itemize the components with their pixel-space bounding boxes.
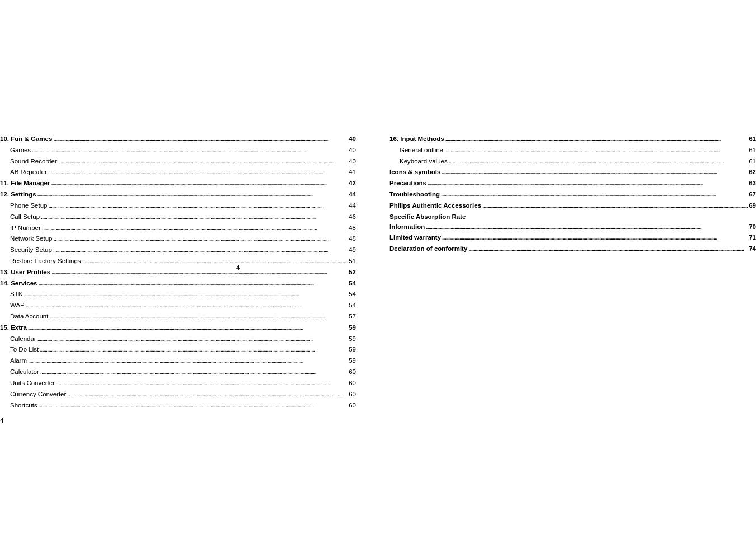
toc-entry-title: Sound Recorder: [10, 157, 57, 167]
toc-entry-page: 59: [349, 356, 356, 366]
toc-entry: Network Setup48: [0, 234, 356, 245]
toc-entry: Calculator60: [0, 367, 356, 378]
toc-entry-title: Icons & symbols: [389, 167, 440, 177]
toc-entry-title: Security Setup: [10, 245, 52, 255]
toc-entry-page: 62: [749, 167, 756, 177]
toc-entry-page: 61: [749, 146, 756, 156]
toc-entry-title: 11. File Manager: [0, 179, 50, 189]
toc-entry-title: Philips Authentic Accessories: [389, 201, 481, 211]
toc-dots: [441, 190, 748, 200]
toc-entry-page: 42: [349, 179, 356, 189]
toc-dots: [449, 157, 748, 167]
toc-entry-page: 59: [349, 334, 356, 344]
toc-entry-page: 48: [349, 223, 356, 233]
toc-entry: Information70: [389, 222, 756, 233]
toc-entry-title: IP Number: [10, 223, 41, 233]
page-number: 4: [236, 264, 240, 271]
toc-dots: [444, 146, 748, 156]
toc-dots: [56, 378, 348, 388]
toc-entry-title: Calculator: [10, 367, 39, 377]
toc-dots: [24, 289, 348, 299]
toc-dots: [39, 279, 348, 289]
toc-entry-title: 12. Settings: [0, 190, 36, 200]
toc-dots: [442, 167, 748, 177]
toc-wrapper: 10. Fun & Games40Games40Sound Recorder40…: [0, 134, 756, 424]
toc-entry-page: 60: [349, 390, 356, 400]
toc-dots: [445, 134, 748, 144]
toc-entry: 14. Services54: [0, 279, 356, 290]
toc-dots: [482, 201, 748, 211]
toc-entry-page: 63: [749, 179, 756, 189]
toc-entry-title: Games: [10, 146, 31, 156]
toc-entry-title: Call Setup: [10, 212, 40, 222]
toc-dots: [49, 312, 348, 322]
toc-entry-title: Keyboard values: [400, 157, 448, 167]
toc-entry: AB Repeater41: [0, 167, 356, 179]
toc-entry: 13. User Profiles52: [0, 268, 356, 279]
toc-dots: [53, 245, 348, 255]
toc-entry-title: Units Converter: [10, 378, 55, 388]
right-toc-column: 16. Input Methods61General outline61Keyb…: [389, 134, 756, 255]
toc-entry: General outline61: [389, 146, 756, 157]
toc-entry-title: Precautions: [389, 179, 426, 189]
toc-entry-title: General outline: [400, 146, 443, 156]
toc-entry-title: Calendar: [10, 334, 36, 344]
toc-entry-page: 70: [749, 222, 756, 232]
toc-entry-page: 61: [749, 157, 756, 167]
toc-entry-page: 40: [349, 157, 356, 167]
toc-entry: Icons & symbols62: [389, 167, 756, 179]
toc-entry-page: 52: [349, 268, 356, 278]
toc-entry-page: 60: [349, 378, 356, 388]
toc-entry: 10. Fun & Games40: [0, 134, 356, 146]
toc-dots: [40, 345, 348, 355]
toc-entry-page: 71: [749, 233, 756, 243]
toc-entry-title: Currency Converter: [10, 390, 66, 400]
toc-entry-title: 10. Fun & Games: [0, 134, 52, 144]
toc-dots: [53, 234, 348, 244]
toc-entry: STK54: [0, 289, 356, 301]
toc-entry: Calendar59: [0, 334, 356, 345]
toc-entry-title: Limited warranty: [389, 233, 441, 243]
toc-entry: Troubleshooting67: [389, 190, 756, 201]
toc-entry-title: Specific Absorption Rate: [389, 213, 466, 220]
toc-entry-title: Phone Setup: [10, 201, 48, 211]
toc-entry-page: 48: [349, 234, 356, 244]
toc-entry-page: 41: [349, 167, 356, 177]
toc-dots: [28, 323, 348, 333]
toc-entry-page: 67: [749, 190, 756, 200]
toc-entry-page: 59: [349, 323, 356, 333]
toc-dots: [426, 222, 748, 232]
toc-entry: Restore Factory Settings51: [0, 256, 356, 268]
toc-dots: [41, 212, 348, 222]
toc-entry-page: 60: [349, 367, 356, 377]
toc-entry: 11. File Manager42: [0, 179, 356, 190]
toc-dots: [51, 179, 348, 189]
toc-entry: Philips Authentic Accessories69: [389, 201, 756, 212]
toc-entry: Games40: [0, 146, 356, 157]
toc-entry-title: Data Account: [10, 312, 48, 322]
left-toc-column: 10. Fun & Games40Games40Sound Recorder40…: [0, 134, 356, 424]
toc-entry-page: 51: [349, 256, 356, 266]
toc-entry-title: Network Setup: [10, 234, 52, 244]
toc-entry: Data Account57: [0, 312, 356, 323]
toc-entry-page: 49: [349, 245, 356, 255]
toc-dots: [53, 134, 348, 144]
toc-entry-page: 69: [749, 201, 756, 211]
toc-entry-page: 54: [349, 301, 356, 311]
toc-entry-page: 57: [349, 312, 356, 322]
toc-entry-page: 54: [349, 289, 356, 299]
toc-entry: Sound Recorder40: [0, 157, 356, 168]
toc-entry: To Do List59: [0, 345, 356, 356]
toc-entry-page: 40: [349, 134, 356, 144]
toc-entry: Limited warranty71: [389, 233, 756, 244]
toc-entry: Shortcuts60: [0, 401, 356, 412]
toc-entry: IP Number48: [0, 223, 356, 235]
toc-entry-page: 46: [349, 212, 356, 222]
toc-entry-title: To Do List: [10, 345, 39, 355]
toc-entry-page: 44: [349, 201, 356, 211]
toc-dots: [428, 179, 748, 189]
toc-entry: Keyboard values61: [389, 157, 756, 168]
toc-entry-title: 14. Services: [0, 279, 37, 289]
toc-dots: [40, 367, 348, 377]
toc-entry: Units Converter60: [0, 378, 356, 390]
